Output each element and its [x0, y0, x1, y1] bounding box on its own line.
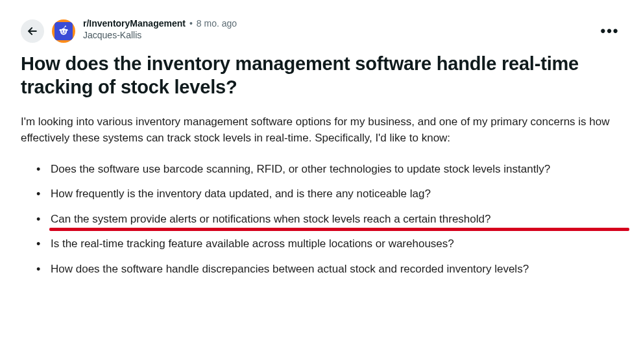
list-item-text: Does the software use barcode scanning, … [51, 163, 550, 175]
svg-point-5 [66, 29, 68, 31]
post-intro: I'm looking into various inventory manag… [21, 114, 620, 147]
svg-point-1 [60, 29, 67, 35]
list-item-text: Can the system provide alerts or notific… [51, 213, 490, 225]
svg-point-3 [64, 30, 66, 32]
arrow-left-icon [26, 25, 39, 38]
more-horizontal-icon: ••• [600, 23, 619, 40]
post-bullet-list: Does the software use barcode scanning, … [21, 161, 620, 278]
post-title: How does the inventory management softwa… [21, 52, 620, 99]
list-item: Is the real-time tracking feature availa… [51, 236, 620, 252]
author-link[interactable]: Jacques-Kallis [83, 30, 592, 42]
subreddit-avatar[interactable] [52, 19, 75, 43]
post-age: 8 mo. ago [197, 18, 237, 30]
post-header: r/InventoryManagement • 8 mo. ago Jacque… [21, 18, 620, 43]
reddit-snoo-icon [57, 25, 70, 38]
svg-point-4 [60, 29, 62, 31]
list-item: How frequently is the inventory data upd… [51, 186, 620, 202]
svg-point-7 [65, 25, 66, 27]
list-item: How does the software handle discrepanci… [51, 261, 620, 278]
more-options-button[interactable]: ••• [599, 21, 620, 42]
post-meta: r/InventoryManagement • 8 mo. ago Jacque… [83, 18, 592, 41]
red-underline-annotation [49, 228, 629, 231]
meta-separator: • [189, 18, 193, 30]
list-item: Does the software use barcode scanning, … [51, 161, 620, 178]
list-item-text: How does the software handle discrepanci… [51, 263, 529, 275]
list-item-text: How frequently is the inventory data upd… [51, 188, 431, 200]
subreddit-link[interactable]: r/InventoryManagement [83, 18, 186, 30]
list-item-text: Is the real-time tracking feature availa… [51, 237, 454, 250]
list-item: Can the system provide alerts or notific… [51, 211, 620, 228]
svg-point-2 [62, 30, 63, 32]
back-button[interactable] [21, 19, 44, 43]
